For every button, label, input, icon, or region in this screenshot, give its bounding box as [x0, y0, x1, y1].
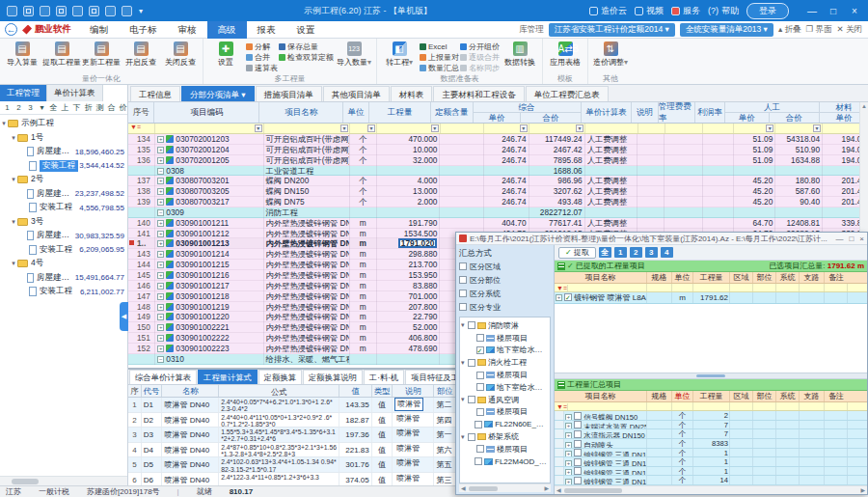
separate-pricing-button[interactable]: 分开组价: [460, 41, 500, 51]
float-close-button[interactable]: ×: [859, 235, 864, 243]
tree-tool-button[interactable]: 上: [60, 101, 70, 114]
tree-tool-button[interactable]: ▾: [37, 102, 47, 113]
checkbox-icon[interactable]: [574, 467, 582, 475]
ribbon-big-button[interactable]: ▤ 提取工程量: [42, 40, 81, 67]
checkbox-icon[interactable]: [468, 321, 475, 329]
expand-icon[interactable]: [157, 304, 164, 311]
checkbox-icon[interactable]: [574, 430, 582, 438]
expand-icon[interactable]: [157, 147, 164, 153]
filter-dropdown-icon[interactable]: ▾: [431, 124, 439, 132]
collapse-ribbon-button[interactable]: ▴ 折叠: [778, 24, 801, 36]
expand-icon[interactable]: [157, 356, 164, 363]
calc-table-row[interactable]: 2 D2 喷淋管 DN40 2.4*40+0.4*11*0.05*0+1.3*2…: [128, 413, 455, 428]
redo-icon[interactable]: [122, 6, 132, 16]
level-number-button[interactable]: 4: [661, 247, 673, 258]
sidebar-hscrollbar[interactable]: [0, 476, 127, 485]
boq-table-row[interactable]: 0308 工业管道工程 1688.06: [128, 166, 868, 177]
split-button[interactable]: 分解: [246, 41, 278, 51]
checkbox-icon[interactable]: [574, 412, 582, 420]
boq-table-row[interactable]: 139 030807003217 蝶阀 DN75 个 2.000 246.74 …: [128, 197, 868, 207]
expand-icon[interactable]: [565, 423, 572, 428]
boq-table-row[interactable]: 135 030702001204 可开启铝成百叶(带虑网) 500*200 个 …: [128, 145, 868, 155]
checkbox-icon[interactable]: [475, 421, 482, 428]
expand-icon[interactable]: [157, 251, 164, 258]
summary-option[interactable]: 区分部位: [459, 273, 551, 287]
ribbon-big-button[interactable]: ▤ 导入算量: [3, 40, 41, 67]
expand-icon[interactable]: [565, 442, 572, 448]
filter-dropdown-icon[interactable]: ▾: [520, 124, 528, 132]
sheet-tab[interactable]: 材料表: [391, 86, 433, 101]
detail-tab[interactable]: 定额换算说明: [303, 370, 363, 384]
expand-icon[interactable]: [565, 479, 572, 484]
boq-table-row[interactable]: 138 030807003205 蝶阀 DN150 个 13.000 246.7…: [128, 186, 868, 197]
tree-tool-button[interactable]: 3: [25, 102, 36, 113]
detail-tab[interactable]: 工程量计算式: [198, 370, 258, 384]
tree-tool-button[interactable]: 合: [106, 101, 117, 114]
checkbox-icon[interactable]: [476, 372, 484, 379]
ribbon-big-button[interactable]: ▤ 更新工程量: [82, 40, 121, 67]
checkbox-icon[interactable]: [468, 433, 475, 441]
tree-caret-icon[interactable]: ▾: [10, 218, 17, 226]
tree-tool-button[interactable]: 价: [118, 101, 128, 114]
level-number-button[interactable]: 全: [599, 247, 611, 258]
expand-icon[interactable]: [565, 451, 572, 456]
expand-icon[interactable]: [157, 345, 164, 352]
calc-table-row[interactable]: 4 D4 喷淋管 DN40 2.4*87+0.85*10+0.8*2.35*3+…: [128, 443, 455, 458]
expand-icon[interactable]: [157, 188, 164, 195]
settings-button[interactable]: ✚设置: [206, 40, 245, 67]
sidebar-tab[interactable]: 工程管理: [0, 85, 47, 101]
cloud-button[interactable]: 造价云: [589, 5, 627, 17]
cut-icon[interactable]: [89, 6, 99, 16]
tree-item[interactable]: ▾ 3号: [0, 215, 127, 230]
level-number-button[interactable]: 3: [645, 247, 658, 258]
summary-row[interactable]: 末端试水装置 DN25 个 7: [555, 421, 867, 430]
sheet-tab[interactable]: 主要材料和工程设备: [433, 86, 525, 101]
summary-option[interactable]: 区分区域: [459, 260, 551, 273]
tree-item[interactable]: ▾ 房屋建筑工程 18,596,460.25: [0, 145, 127, 159]
summary-row[interactable]: 自动喷头 个 8383: [555, 439, 867, 449]
tree-tool-button[interactable]: 测: [95, 101, 105, 114]
quick-access-caret[interactable]: ▾: [139, 7, 143, 15]
expand-icon[interactable]: [157, 324, 164, 331]
back-button[interactable]: ←: [5, 23, 17, 36]
detail-tab[interactable]: 定额换算: [258, 370, 302, 384]
source-tree-item[interactable]: ▾ 地下室给水排水-: [461, 345, 549, 357]
sidebar-tab[interactable]: 单价计算表: [47, 85, 103, 101]
tree-caret-icon[interactable]: ▾: [0, 120, 8, 127]
source-tree-item[interactable]: ▾ 楼层项目: [461, 332, 549, 345]
tree-item[interactable]: ▾ 示例工程: [0, 117, 127, 131]
expand-icon[interactable]: [157, 157, 164, 164]
expand-icon[interactable]: [157, 335, 164, 342]
sheet-tab[interactable]: 分部分项清单 ▾: [181, 86, 255, 101]
quota-library-select[interactable]: 江苏省安装工程计价定额2014 ▾: [549, 23, 675, 37]
tree-tool-button[interactable]: 折: [83, 101, 94, 114]
tree-item[interactable]: ▾ 2号: [0, 173, 127, 187]
checkbox-icon[interactable]: [468, 359, 475, 367]
extracted-filter-row[interactable]: ▼=: [555, 284, 867, 292]
tree-item[interactable]: ▾ 安装工程 6,211,002.77: [0, 285, 127, 299]
summary-row[interactable]: 信号蝶阀 DN150 个 2: [555, 411, 867, 421]
tree-tool-button[interactable]: 全: [48, 101, 59, 114]
pane-splitter[interactable]: [555, 373, 867, 379]
tree-item[interactable]: ▾ 1号: [0, 131, 127, 146]
expand-icon[interactable]: [157, 314, 164, 320]
library-manager-button[interactable]: 库管理: [519, 24, 544, 36]
ribbon-tab[interactable]: 高级: [207, 21, 247, 39]
checkbox-icon[interactable]: [459, 303, 467, 311]
tree-tool-button[interactable]: 2: [14, 102, 24, 113]
main-vscrollbar[interactable]: ▲: [859, 102, 868, 233]
ribbon-tab[interactable]: 审核: [168, 21, 207, 39]
tree-item[interactable]: ▾ 安装工程 6,209,065.95: [0, 243, 127, 258]
source-tree-item[interactable]: ▾ 地下室给水排水-: [461, 381, 549, 394]
filter-row[interactable]: ▼= ▾ ▾ ▾ ▾ ▾ ▾ ▾ ▾ ▾: [128, 124, 868, 134]
minimize-button[interactable]: —: [802, 6, 822, 16]
tree-caret-icon[interactable]: ▾: [461, 396, 468, 403]
help-button[interactable]: (?)帮助: [708, 5, 739, 17]
source-tree-item[interactable]: ▾ 通风空调: [461, 394, 549, 406]
checkbox-icon[interactable]: [476, 408, 484, 416]
quantity-summary-button[interactable]: 数量汇总: [420, 63, 459, 72]
tree-caret-icon[interactable]: ▾: [461, 359, 468, 367]
checkbox-icon[interactable]: [574, 421, 582, 428]
calc-table-row[interactable]: 5 D5 喷淋管 DN40 2.4*102-0.63*13+3.4*4+1.05…: [128, 457, 455, 473]
expand-icon[interactable]: [157, 168, 164, 175]
